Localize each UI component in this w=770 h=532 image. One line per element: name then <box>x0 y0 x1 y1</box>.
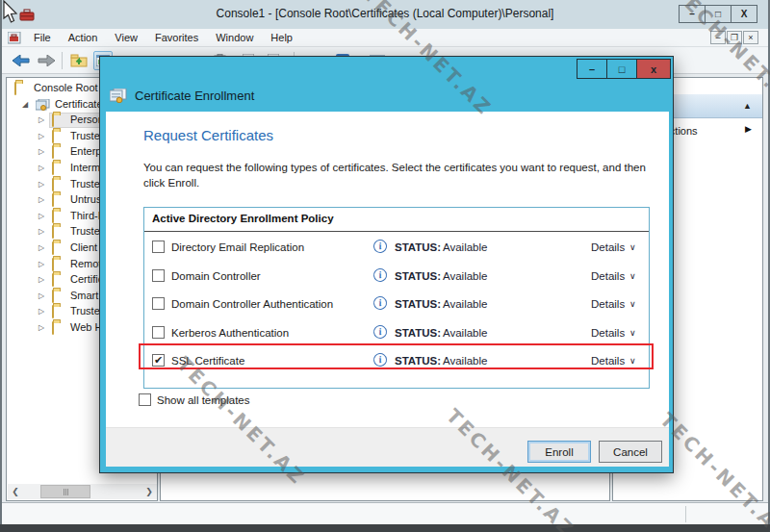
dialog-maximize-button[interactable]: □ <box>606 59 637 79</box>
cert-row-directory-email-replication: Directory Email Replication i STATUS: Av… <box>144 232 649 261</box>
menu-bar: File Action View Favorites Window Help –… <box>2 29 768 47</box>
description-text: You can request the following types of c… <box>143 160 655 190</box>
folder-icon <box>52 241 54 255</box>
policy-group-title: Active Directory Enrollment Policy <box>144 208 649 232</box>
tree-horizontal-scrollbar[interactable]: ❮ ❯ <box>8 484 157 499</box>
menu-view[interactable]: View <box>106 29 146 46</box>
cancel-button[interactable]: Cancel <box>599 441 662 463</box>
folder-icon <box>52 210 54 223</box>
up-one-level-icon[interactable] <box>69 51 89 70</box>
show-all-templates[interactable]: Show all templates <box>139 393 250 406</box>
template-name: Kerberos Authentication <box>171 327 289 339</box>
info-icon: i <box>372 324 388 340</box>
cert-row-domain-controller: Domain Controller i STATUS: Available De… <box>144 261 649 290</box>
red-highlight-annotation <box>139 343 654 369</box>
expand-icon[interactable]: ▷ <box>38 323 44 332</box>
expand-icon[interactable]: ▷ <box>38 132 44 140</box>
maximize-button[interactable]: □ <box>705 5 732 23</box>
info-icon: i <box>372 267 388 283</box>
folder-icon <box>52 321 54 335</box>
checkbox[interactable] <box>152 326 165 339</box>
minimize-button[interactable]: – <box>679 5 706 23</box>
expand-icon[interactable]: ▷ <box>38 260 44 268</box>
expand-icon[interactable]: ▷ <box>38 291 44 300</box>
folder-icon <box>52 162 54 175</box>
enroll-button[interactable]: Enroll <box>527 441 591 463</box>
window-border <box>0 524 770 532</box>
expand-icon[interactable]: ▷ <box>38 212 44 220</box>
back-icon[interactable] <box>12 51 31 70</box>
scrollbar-thumb[interactable] <box>40 485 90 498</box>
collapse-icon[interactable]: ◢ <box>22 100 28 109</box>
page-title: Request Certificates <box>143 127 273 143</box>
expand-icon[interactable]: ▷ <box>38 307 44 316</box>
folder-icon <box>52 258 54 271</box>
child-minimize-button[interactable]: – <box>710 31 726 44</box>
folder-icon <box>52 114 54 127</box>
close-button[interactable]: X <box>731 5 757 23</box>
details-link[interactable]: Details <box>591 298 625 310</box>
title-bar: Console1 - [Console Root\Certificates (L… <box>0 0 770 29</box>
dialog-title: Certificate Enrollment <box>135 89 254 103</box>
chevron-down-icon[interactable]: ∨ <box>629 328 636 338</box>
status-label: STATUS: <box>395 241 441 253</box>
collapse-pane-icon[interactable]: ▲ <box>743 101 752 111</box>
chevron-down-icon[interactable]: ∨ <box>629 271 636 281</box>
folder-icon <box>52 305 54 318</box>
status-value: Available <box>443 241 487 253</box>
expand-icon[interactable]: ▷ <box>38 195 44 204</box>
dialog-close-button[interactable]: x <box>636 59 671 79</box>
status-value: Available <box>443 270 487 282</box>
child-close-button[interactable]: × <box>743 31 758 44</box>
scrollbar-track[interactable] <box>23 484 141 499</box>
details-link[interactable]: Details <box>591 241 625 253</box>
expand-icon[interactable]: ▷ <box>38 275 44 284</box>
chevron-down-icon[interactable]: ∨ <box>629 242 636 252</box>
expand-icon[interactable]: ▷ <box>38 243 44 252</box>
checkbox[interactable] <box>152 269 165 282</box>
cert-row-domain-controller-authentication: Domain Controller Authentication i STATU… <box>144 289 649 317</box>
details-link[interactable]: Details <box>591 327 625 339</box>
menu-file[interactable]: File <box>25 29 60 46</box>
expand-icon[interactable]: ▷ <box>38 227 44 236</box>
chevron-down-icon[interactable]: ∨ <box>629 299 636 309</box>
certificates-icon <box>36 99 50 111</box>
menu-help[interactable]: Help <box>262 29 301 46</box>
expand-icon[interactable]: ▷ <box>38 115 44 124</box>
menu-window[interactable]: Window <box>207 29 262 46</box>
window-border <box>0 0 2 532</box>
info-icon: i <box>372 295 388 311</box>
folder-icon <box>52 193 54 207</box>
folder-icon <box>14 82 16 95</box>
forward-icon[interactable] <box>37 51 56 70</box>
status-label: STATUS: <box>395 298 441 310</box>
folder-icon <box>52 273 54 287</box>
dialog-footer: Enroll Cancel <box>106 427 669 467</box>
submenu-arrow-icon: ▶ <box>745 124 752 134</box>
details-link[interactable]: Details <box>591 270 625 282</box>
info-icon: i <box>372 239 388 254</box>
scroll-left-icon[interactable]: ❮ <box>8 484 23 499</box>
child-restore-button[interactable]: ❐ <box>727 31 742 44</box>
status-value: Available <box>443 327 487 339</box>
window-title: Console1 - [Console Root\Certificates (L… <box>0 7 770 20</box>
template-name: Directory Email Replication <box>171 241 304 253</box>
certificate-icon <box>110 89 127 103</box>
certificate-enrollment-dialog: – □ x Certificate Enrollment Request Cer… <box>99 56 674 473</box>
checkbox[interactable] <box>152 241 165 253</box>
expand-icon[interactable]: ▷ <box>38 164 44 172</box>
expand-icon[interactable]: ▷ <box>38 147 44 156</box>
checkbox[interactable] <box>139 393 151 406</box>
scroll-right-icon[interactable]: ❯ <box>141 484 157 499</box>
folder-icon <box>52 145 54 159</box>
status-label: STATUS: <box>395 270 441 282</box>
folder-icon <box>52 225 54 239</box>
checkbox[interactable] <box>152 297 165 310</box>
folder-icon <box>52 290 54 303</box>
template-name: Domain Controller <box>171 270 261 282</box>
menu-favorites[interactable]: Favorites <box>146 29 207 46</box>
template-name: Domain Controller Authentication <box>171 298 333 310</box>
expand-icon[interactable]: ▷ <box>38 180 44 189</box>
dialog-minimize-button[interactable]: – <box>577 59 607 79</box>
menu-action[interactable]: Action <box>60 29 107 46</box>
